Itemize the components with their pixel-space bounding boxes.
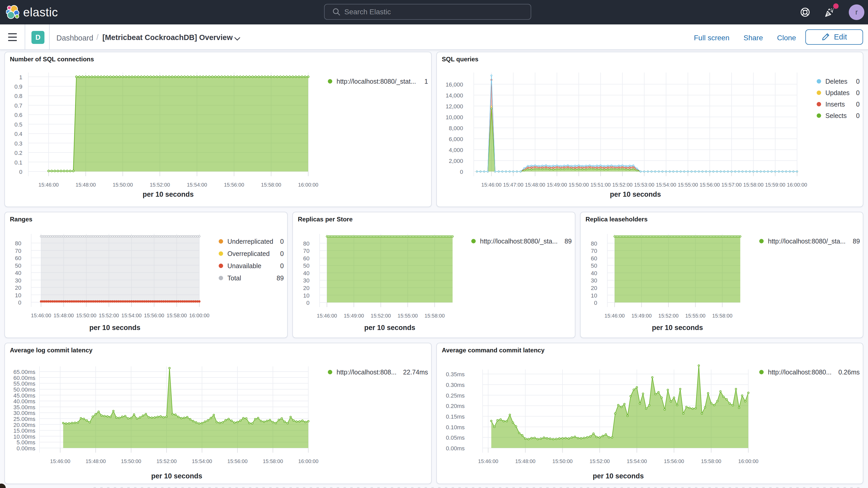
svg-text:15:48:00: 15:48:00 bbox=[525, 182, 545, 188]
svg-text:15:50:00: 15:50:00 bbox=[569, 182, 589, 188]
svg-text:15:49:00: 15:49:00 bbox=[344, 313, 364, 318]
svg-text:15:52:00: 15:52:00 bbox=[590, 458, 610, 464]
svg-text:40: 40 bbox=[303, 270, 310, 276]
svg-text:per 10 seconds: per 10 seconds bbox=[593, 472, 644, 480]
svg-text:15:50:00: 15:50:00 bbox=[121, 458, 142, 464]
svg-text:0: 0 bbox=[18, 299, 21, 306]
svg-text:15:46:00: 15:46:00 bbox=[31, 313, 51, 318]
svg-text:60.00ms: 60.00ms bbox=[13, 375, 35, 381]
svg-text:15:46:00: 15:46:00 bbox=[38, 182, 59, 188]
svg-text:20: 20 bbox=[303, 285, 310, 291]
svg-text:15:56:00: 15:56:00 bbox=[227, 458, 248, 464]
svg-text:70: 70 bbox=[303, 248, 310, 254]
svg-text:0: 0 bbox=[306, 300, 310, 306]
svg-text:50: 50 bbox=[303, 263, 310, 269]
svg-text:80: 80 bbox=[303, 240, 310, 247]
svg-text:30: 30 bbox=[303, 277, 310, 284]
svg-text:0.7: 0.7 bbox=[14, 102, 22, 109]
svg-text:Underreplicated: Underreplicated bbox=[227, 238, 273, 245]
svg-text:15:55:00: 15:55:00 bbox=[678, 182, 698, 188]
svg-text:16:00:00: 16:00:00 bbox=[189, 313, 210, 318]
svg-text:16:00:00: 16:00:00 bbox=[298, 458, 318, 464]
svg-text:80: 80 bbox=[591, 240, 597, 247]
svg-text:40: 40 bbox=[591, 270, 597, 276]
svg-text:0: 0 bbox=[280, 250, 284, 257]
svg-text:per 10 seconds: per 10 seconds bbox=[652, 324, 703, 332]
svg-text:0: 0 bbox=[280, 262, 284, 270]
svg-text:20.00ms: 20.00ms bbox=[13, 422, 35, 428]
svg-text:16:00:00: 16:00:00 bbox=[738, 458, 758, 464]
svg-text:25.00ms: 25.00ms bbox=[13, 416, 35, 422]
svg-text:10: 10 bbox=[303, 292, 310, 299]
svg-text:15:46:00: 15:46:00 bbox=[50, 458, 70, 464]
svg-text:0: 0 bbox=[856, 78, 860, 85]
svg-text:15:58:00: 15:58:00 bbox=[743, 182, 764, 188]
svg-text:15:58:00: 15:58:00 bbox=[701, 458, 721, 464]
svg-text:0.10ms: 0.10ms bbox=[446, 424, 465, 431]
svg-text:15:49:00: 15:49:00 bbox=[631, 313, 652, 318]
svg-text:15.00ms: 15.00ms bbox=[13, 427, 35, 434]
svg-text:4,000: 4,000 bbox=[449, 147, 463, 153]
svg-text:0.5: 0.5 bbox=[14, 121, 22, 128]
svg-text:15:46:00: 15:46:00 bbox=[317, 313, 337, 318]
svg-text:15:54:00: 15:54:00 bbox=[656, 182, 676, 188]
svg-text:0.00ms: 0.00ms bbox=[446, 445, 465, 452]
svg-text:Selects: Selects bbox=[826, 112, 847, 119]
svg-text:15:52:00: 15:52:00 bbox=[658, 313, 679, 318]
svg-text:15:58:00: 15:58:00 bbox=[263, 458, 283, 464]
svg-text:Inserts: Inserts bbox=[826, 100, 845, 108]
svg-text:15:55:00: 15:55:00 bbox=[398, 313, 418, 318]
svg-text:12,000: 12,000 bbox=[446, 103, 463, 110]
svg-text:5.00ms: 5.00ms bbox=[17, 439, 35, 446]
svg-text:0.20ms: 0.20ms bbox=[446, 403, 465, 409]
svg-text:15:58:00: 15:58:00 bbox=[424, 313, 445, 318]
svg-text:89: 89 bbox=[564, 238, 572, 245]
svg-text:http://localhost:8080/_sta...: http://localhost:8080/_sta... bbox=[768, 238, 846, 245]
svg-text:15:46:00: 15:46:00 bbox=[604, 313, 625, 318]
svg-text:22.74ms: 22.74ms bbox=[403, 368, 428, 376]
svg-text:0.4: 0.4 bbox=[14, 131, 22, 137]
svg-text:80: 80 bbox=[15, 240, 21, 247]
svg-text:50: 50 bbox=[15, 263, 21, 269]
svg-text:0: 0 bbox=[594, 300, 597, 306]
svg-text:1: 1 bbox=[424, 78, 428, 85]
svg-text:70: 70 bbox=[591, 248, 597, 254]
svg-text:15:54:00: 15:54:00 bbox=[192, 458, 212, 464]
svg-text:0: 0 bbox=[280, 238, 284, 245]
svg-text:50.00ms: 50.00ms bbox=[13, 387, 35, 393]
svg-text:Total: Total bbox=[227, 274, 241, 282]
svg-text:65.00ms: 65.00ms bbox=[13, 369, 35, 375]
svg-text:15:54:00: 15:54:00 bbox=[121, 313, 142, 318]
svg-text:15:52:00: 15:52:00 bbox=[150, 182, 170, 188]
svg-text:10.00ms: 10.00ms bbox=[13, 433, 35, 440]
svg-text:30.00ms: 30.00ms bbox=[13, 410, 35, 416]
svg-text:15:52:00: 15:52:00 bbox=[612, 182, 632, 188]
svg-text:15:48:00: 15:48:00 bbox=[54, 313, 74, 318]
svg-text:15:58:00: 15:58:00 bbox=[261, 182, 281, 188]
svg-text:15:48:00: 15:48:00 bbox=[75, 182, 96, 188]
svg-text:16,000: 16,000 bbox=[446, 81, 463, 88]
svg-text:89: 89 bbox=[852, 238, 860, 245]
svg-text:per 10 seconds: per 10 seconds bbox=[143, 190, 194, 198]
svg-text:60: 60 bbox=[591, 255, 597, 262]
svg-text:10: 10 bbox=[15, 292, 21, 299]
svg-text:2,000: 2,000 bbox=[449, 158, 463, 164]
svg-text:15:48:00: 15:48:00 bbox=[515, 458, 536, 464]
svg-text:10: 10 bbox=[591, 292, 597, 299]
svg-text:15:57:00: 15:57:00 bbox=[721, 182, 742, 188]
svg-text:15:59:00: 15:59:00 bbox=[765, 182, 785, 188]
svg-text:8,000: 8,000 bbox=[449, 125, 463, 131]
svg-text:15:54:00: 15:54:00 bbox=[627, 458, 647, 464]
svg-text:0.00ms: 0.00ms bbox=[17, 445, 35, 452]
svg-text:16:00:00: 16:00:00 bbox=[787, 182, 807, 188]
svg-text:http://localhost:8080/_stat...: http://localhost:8080/_stat... bbox=[337, 78, 416, 85]
svg-text:55.00ms: 55.00ms bbox=[13, 380, 35, 387]
svg-text:0.25ms: 0.25ms bbox=[446, 392, 465, 399]
svg-text:15:54:00: 15:54:00 bbox=[187, 182, 207, 188]
svg-text:Deletes: Deletes bbox=[826, 78, 847, 85]
svg-text:15:50:00: 15:50:00 bbox=[553, 458, 573, 464]
svg-text:0.9: 0.9 bbox=[14, 84, 22, 90]
svg-text:15:58:00: 15:58:00 bbox=[712, 313, 732, 318]
svg-text:60: 60 bbox=[303, 255, 310, 262]
svg-text:Overreplicated: Overreplicated bbox=[227, 250, 270, 257]
